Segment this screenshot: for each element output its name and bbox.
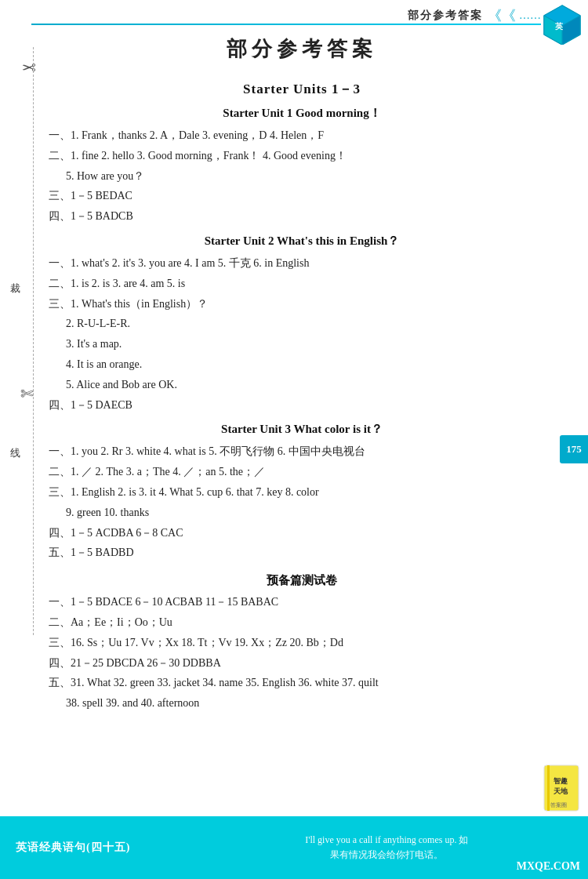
footer-logo: MXQE.COM <box>517 860 580 873</box>
unit1-line-3: 5. How are you？ <box>47 167 557 186</box>
unit2-line-3: 三、1. What's this（in English）？ <box>47 295 557 314</box>
unit3-line-2: 二、1. ／ 2. The 3. a；The 4. ／；an 5. the；／ <box>47 463 557 481</box>
test-line-3: 三、16. Ss；Uu 17. Vv；Xx 18. Tt；Vv 19. Xx；Z… <box>47 634 557 652</box>
unit2-line-6: 4. It is an orange. <box>47 355 557 374</box>
footer-cn-text: 果有情况我会给你打电话。 <box>330 849 443 860</box>
cut-line <box>33 47 34 635</box>
unit2-title: Starter Unit 2 What's this in English？ <box>47 234 557 249</box>
starter-units-title: Starter Units 1－3 <box>47 80 557 98</box>
top-header: 部分参考答案 《《 …… <box>0 0 588 31</box>
header-arrows: 《《 <box>488 6 516 25</box>
unit1-line-4: 三、1－5 BEDAC <box>47 187 557 205</box>
page-number-badge: 175 <box>560 435 588 463</box>
scissors-side-icon: ✄ <box>20 384 34 403</box>
unit2-line-7: 5. Alice and Bob are OK. <box>47 376 557 394</box>
line-label: 线 <box>8 439 22 442</box>
unit1-line-2: 二、1. fine 2. hello 3. Good morning，Frank… <box>47 147 557 165</box>
unit1-line-1: 一、1. Frank，thanks 2. A，Dale 3. evening，D… <box>47 126 557 145</box>
test-line-6: 38. spell 39. and 40. afternoon <box>47 694 557 713</box>
scissors-icon: ✂ <box>22 56 36 77</box>
unit3-title: Starter Unit 3 What color is it？ <box>47 422 557 437</box>
footer-right-text: I'll give you a call if anything comes u… <box>201 833 572 863</box>
unit1-title: Starter Unit 1 Good morning！ <box>47 106 557 121</box>
unit2-line-4: 2. R-U-L-E-R. <box>47 314 557 333</box>
svg-text:天地: 天地 <box>553 787 568 795</box>
footer-en-text: I'll give you a call if anything comes u… <box>305 834 468 845</box>
unit3-line-3: 三、1. English 2. is 3. it 4. What 5. cup … <box>47 483 557 502</box>
unit2-line-8: 四、1－5 DAECB <box>47 396 557 415</box>
main-content: 部分参考答案 Starter Units 1－3 Starter Unit 1 … <box>47 35 557 777</box>
unit3-line-4: 9. green 10. thanks <box>47 503 557 522</box>
header-dots: …… <box>519 9 541 22</box>
svg-text:智趣: 智趣 <box>553 777 568 785</box>
book-decoration: 智趣 天地 答案圈 <box>543 764 582 815</box>
unit2-line-2: 二、1. is 2. is 3. are 4. am 5. is <box>47 274 557 293</box>
bottom-footer: 英语经典语句(四十五) I'll give you a call if anyt… <box>0 816 588 879</box>
svg-rect-6 <box>547 765 550 811</box>
header-label: 部分参考答案 <box>408 9 483 23</box>
svg-text:答案圈: 答案圈 <box>550 801 567 808</box>
cut-label: 裁 <box>8 274 22 278</box>
unit2-line-1: 一、1. what's 2. it's 3. you are 4. I am 5… <box>47 254 557 273</box>
main-title: 部分参考答案 <box>47 35 557 63</box>
test-section-title: 预备篇测试卷 <box>47 573 557 588</box>
unit3-line-5: 四、1－5 ACDBA 6－8 CAC <box>47 524 557 543</box>
unit3-line-6: 五、1－5 BADBD <box>47 543 557 562</box>
test-line-5: 五、31. What 32. green 33. jacket 34. name… <box>47 674 557 692</box>
test-line-1: 一、1－5 BDACE 6－10 ACBAB 11－15 BABAC <box>47 593 557 612</box>
test-line-2: 二、Aa；Ee；Ii；Oo；Uu <box>47 613 557 632</box>
unit1-line-5: 四、1－5 BADCB <box>47 207 557 226</box>
unit2-line-5: 3. It's a map. <box>47 335 557 354</box>
unit3-line-1: 一、1. you 2. Rr 3. white 4. what is 5. 不明… <box>47 442 557 461</box>
footer-left-text: 英语经典语句(四十五) <box>16 841 201 855</box>
test-line-4: 四、21－25 DBCDA 26－30 DDBBA <box>47 654 557 673</box>
